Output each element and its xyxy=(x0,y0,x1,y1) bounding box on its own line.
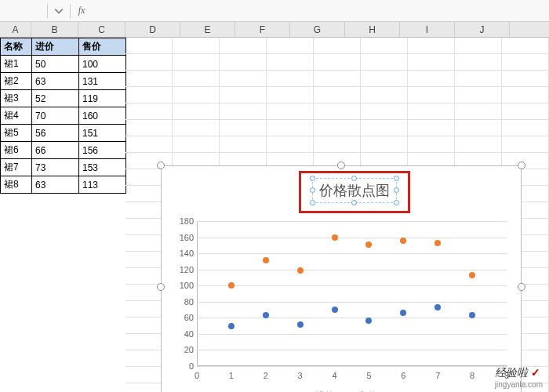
table-row[interactable]: 裙150100 xyxy=(1,56,126,73)
check-icon: ✓ xyxy=(531,366,540,379)
title-handle[interactable] xyxy=(351,200,357,205)
data-point[interactable] xyxy=(469,272,475,278)
table-row[interactable]: 裙470160 xyxy=(1,107,126,125)
table-row[interactable]: 裙773153 xyxy=(1,159,126,176)
worksheet[interactable]: // will be filled by generic loop below;… xyxy=(0,38,549,392)
divider xyxy=(47,4,48,18)
data-point[interactable] xyxy=(434,304,441,310)
data-point[interactable] xyxy=(228,323,235,329)
formula-input[interactable] xyxy=(93,3,549,19)
cell-cost: 70 xyxy=(32,107,79,125)
y-tick-label: 80 xyxy=(173,297,194,307)
cell-cost: 52 xyxy=(32,90,79,107)
title-handle[interactable] xyxy=(310,187,315,193)
cell-name: 裙2 xyxy=(1,73,32,90)
data-point[interactable] xyxy=(365,318,372,324)
y-tick-label: 40 xyxy=(173,329,194,339)
cell-name: 裙7 xyxy=(1,159,32,176)
col-header[interactable]: H xyxy=(345,22,400,37)
y-tick-label: 160 xyxy=(173,233,194,242)
data-point[interactable] xyxy=(263,257,269,263)
cell-name: 裙5 xyxy=(1,125,32,142)
table-row[interactable]: 裙666156 xyxy=(1,142,126,159)
header-price[interactable]: 售价 xyxy=(79,38,126,56)
x-tick-label: 5 xyxy=(361,371,376,380)
y-tick-label: 60 xyxy=(173,313,194,322)
resize-handle[interactable] xyxy=(337,162,345,169)
x-tick-label: 2 xyxy=(258,371,274,380)
data-point[interactable] xyxy=(228,282,235,289)
data-point[interactable] xyxy=(434,240,441,246)
table-row[interactable]: 裙863113 xyxy=(1,176,126,194)
cell-cost: 56 xyxy=(32,125,79,142)
cell-price: 119 xyxy=(79,90,126,107)
resize-handle[interactable] xyxy=(518,283,525,291)
col-header[interactable]: G xyxy=(290,22,345,37)
cell-cost: 63 xyxy=(32,176,79,194)
cell-name: 裙3 xyxy=(1,90,32,107)
fx-icon[interactable]: fx xyxy=(75,5,88,17)
cell-name: 裙1 xyxy=(1,56,32,73)
cell-price: 153 xyxy=(79,159,126,176)
cell-cost: 50 xyxy=(32,56,79,73)
y-tick-label: 140 xyxy=(173,249,194,258)
title-handle[interactable] xyxy=(310,200,315,205)
data-point[interactable] xyxy=(297,267,304,274)
cell-price: 100 xyxy=(79,56,126,73)
header-name[interactable]: 名称 xyxy=(1,38,32,56)
cell-price: 131 xyxy=(79,73,126,90)
data-point[interactable] xyxy=(297,321,304,328)
col-header[interactable]: E xyxy=(180,22,235,37)
cell-cost: 73 xyxy=(32,159,79,176)
col-header[interactable]: I xyxy=(400,22,455,37)
title-handle[interactable] xyxy=(394,176,399,181)
cell-price: 113 xyxy=(79,176,126,194)
data-point[interactable] xyxy=(332,234,338,241)
x-tick-label: 1 xyxy=(224,371,239,380)
data-table: 名称 进价 售价 裙150100 裙263131 裙352119 裙470160… xyxy=(0,38,126,194)
cell-name: 裙6 xyxy=(1,142,32,159)
resize-handle[interactable] xyxy=(157,162,165,169)
col-header[interactable]: B xyxy=(31,22,78,37)
dropdown-icon[interactable] xyxy=(53,5,65,17)
x-tick-label: 3 xyxy=(293,371,308,380)
col-header[interactable]: J xyxy=(455,22,510,37)
chart-title-text: 价格散点图 xyxy=(319,183,390,198)
cell-name: 裙4 xyxy=(1,107,32,125)
cell-price: 160 xyxy=(79,107,126,125)
watermark: 经验啦 ✓ jingyanla.com xyxy=(495,366,543,389)
y-tick-label: 20 xyxy=(173,345,194,354)
col-header[interactable]: F xyxy=(235,22,290,37)
formula-bar: fx xyxy=(0,0,549,22)
data-point[interactable] xyxy=(400,310,406,316)
data-point[interactable] xyxy=(263,312,269,318)
cell-cost: 66 xyxy=(32,142,79,159)
plot-area[interactable]: 0204060801001201401601800123456789 xyxy=(197,221,507,366)
resize-handle[interactable] xyxy=(157,283,165,291)
chart-object[interactable]: 价格散点图 0204060801001201401601800123456789… xyxy=(161,165,522,392)
col-header[interactable]: D xyxy=(125,22,180,37)
y-axis xyxy=(197,221,198,366)
title-handle[interactable] xyxy=(394,187,399,193)
data-point[interactable] xyxy=(400,238,406,244)
table-row[interactable]: 裙263131 xyxy=(1,73,126,90)
table-row[interactable]: 裙556151 xyxy=(1,125,126,142)
title-handle[interactable] xyxy=(351,176,357,181)
title-handle[interactable] xyxy=(310,176,315,181)
header-cost[interactable]: 进价 xyxy=(32,38,79,56)
resize-handle[interactable] xyxy=(518,162,525,169)
data-point[interactable] xyxy=(365,241,372,248)
title-handle[interactable] xyxy=(394,200,399,205)
chart-title[interactable]: 价格散点图 xyxy=(312,178,397,203)
watermark-url: jingyanla.com xyxy=(495,380,543,389)
column-headers: A B C D E F G H I J xyxy=(0,22,549,38)
cell-price: 156 xyxy=(79,142,126,159)
x-tick-label: 8 xyxy=(464,371,480,380)
y-tick-label: 100 xyxy=(173,281,194,290)
col-header[interactable]: A xyxy=(0,22,31,37)
watermark-brand: 经验啦 xyxy=(495,366,528,379)
col-header[interactable]: C xyxy=(78,22,125,37)
table-row[interactable]: 裙352119 xyxy=(1,90,126,107)
cell-price: 151 xyxy=(79,125,126,142)
data-point[interactable] xyxy=(332,307,338,313)
